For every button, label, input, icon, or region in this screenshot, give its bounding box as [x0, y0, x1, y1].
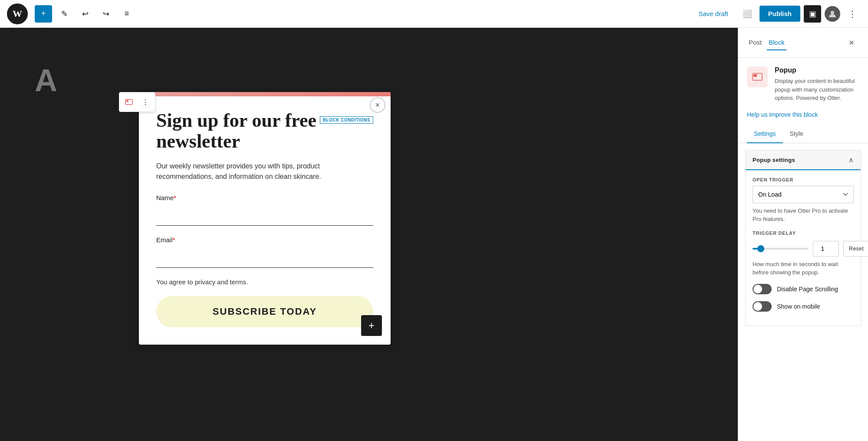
block-name: Popup: [775, 66, 859, 74]
list-view-button[interactable]: ≡: [118, 5, 135, 23]
popup-modal: × Sign up for our free newsletter BLOCK …: [139, 92, 391, 345]
publish-button[interactable]: Publish: [760, 6, 800, 22]
background-text: A: [35, 63, 57, 98]
popup-settings-panel: Popup settings ∧ OPEN TRIGGER On Load On…: [745, 150, 861, 326]
svg-rect-4: [753, 74, 757, 77]
delay-slider[interactable]: [753, 248, 809, 250]
name-input[interactable]: [156, 205, 373, 226]
undo-button[interactable]: ↩: [76, 5, 94, 23]
edit-tool-button[interactable]: ✎: [56, 5, 73, 23]
disable-scrolling-row: Disable Page Scrolling: [753, 284, 854, 294]
panel-chevron-icon: ∧: [848, 156, 854, 164]
user-avatar[interactable]: [825, 6, 840, 22]
view-button[interactable]: ⬜: [739, 5, 756, 23]
popup-icon-button[interactable]: [121, 94, 137, 110]
name-label: Name*: [156, 194, 373, 201]
block-toolbar: ⋮: [119, 92, 155, 112]
block-tab[interactable]: Block: [767, 35, 786, 50]
show-mobile-row: Show on mobile: [753, 301, 854, 312]
block-icon: [747, 66, 768, 87]
delay-help-text: How much time in seconds to wait before …: [753, 260, 854, 277]
sidebar: Post Block × Popup Display your content …: [738, 28, 868, 441]
popup-body: Sign up for our free newsletter BLOCK CO…: [139, 96, 391, 345]
email-input[interactable]: [156, 247, 373, 268]
agree-text: You agree to privacy and terms.: [156, 278, 373, 286]
show-mobile-toggle[interactable]: [753, 301, 772, 312]
block-description: Display your content in beautiful popup …: [775, 77, 859, 102]
open-trigger-label: OPEN TRIGGER: [753, 177, 854, 182]
help-link[interactable]: Help us improve this block: [738, 111, 868, 125]
sidebar-header: Post Block ×: [738, 28, 868, 58]
editor-area: A ⋮ × Sign up for our free newsletter BL…: [0, 28, 738, 441]
popup-close-button[interactable]: ×: [370, 97, 385, 113]
panel-body: OPEN TRIGGER On Load On Scroll On Click …: [746, 170, 861, 326]
svg-rect-2: [126, 100, 128, 102]
disable-scrolling-toggle[interactable]: [753, 284, 772, 294]
redo-button[interactable]: ↪: [97, 5, 115, 23]
delay-input[interactable]: 1: [813, 241, 839, 257]
pro-note: You need to have Otter Pro to activate P…: [753, 207, 854, 224]
settings-style-tabs: Settings Style: [738, 125, 868, 143]
subscribe-button[interactable]: SUBSCRIBE TODAY: [156, 296, 373, 327]
sidebar-close-button[interactable]: ×: [844, 35, 859, 50]
settings-tab[interactable]: Settings: [747, 125, 783, 143]
main-area: A ⋮ × Sign up for our free newsletter BL…: [0, 28, 868, 441]
name-field-group: Name*: [156, 194, 373, 236]
svg-rect-1: [125, 99, 132, 105]
wp-logo: W: [7, 3, 28, 24]
show-mobile-label: Show on mobile: [777, 303, 820, 310]
panel-header[interactable]: Popup settings ∧: [746, 151, 861, 170]
reset-button[interactable]: Reset: [843, 241, 868, 257]
svg-point-0: [831, 11, 834, 14]
trigger-delay-label: TRIGGER DELAY: [753, 230, 854, 236]
add-block-button[interactable]: +: [35, 5, 52, 23]
delay-control: 1 Reset: [753, 241, 854, 257]
more-options-button[interactable]: ⋮: [844, 5, 861, 23]
style-tab[interactable]: Style: [783, 125, 810, 143]
post-tab[interactable]: Post: [747, 35, 763, 50]
save-draft-button[interactable]: Save draft: [691, 7, 735, 21]
disable-scrolling-label: Disable Page Scrolling: [777, 286, 838, 293]
block-info-text: Popup Display your content in beautiful …: [775, 66, 859, 102]
block-options-button[interactable]: ⋮: [138, 94, 153, 110]
sidebar-toggle-button[interactable]: ▣: [804, 5, 821, 23]
block-info-section: Popup Display your content in beautiful …: [738, 58, 868, 111]
email-label: Email*: [156, 236, 373, 244]
trigger-select[interactable]: On Load On Scroll On Click On Exit: [753, 186, 854, 203]
email-field-group: Email*: [156, 236, 373, 278]
popup-description: Our weekly newsletter provides you with …: [156, 161, 373, 182]
add-after-button[interactable]: +: [361, 315, 382, 336]
block-conditions-badge[interactable]: BLOCK CONDITIONS: [320, 116, 373, 124]
panel-title: Popup settings: [753, 157, 795, 163]
main-toolbar: W + ✎ ↩ ↪ ≡ Save draft ⬜ Publish ▣ ⋮: [0, 0, 868, 28]
popup-header-bar: [139, 92, 391, 96]
